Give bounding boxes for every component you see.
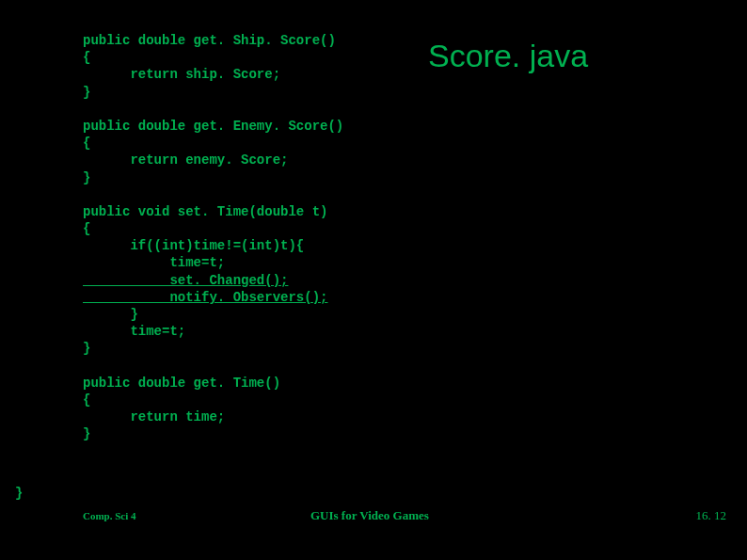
code-line: public double get. Ship. Score(): [83, 33, 336, 48]
code-line: time=t;: [83, 324, 185, 339]
code-line: }: [83, 170, 90, 185]
code-line: return enemy. Score;: [83, 152, 288, 168]
code-line: {: [83, 136, 90, 151]
code-line: return ship. Score;: [83, 67, 280, 82]
footer-left: Comp. Sci 4: [83, 510, 136, 521]
code-line: public void set. Time(double t): [83, 204, 327, 219]
code-line: {: [83, 392, 90, 408]
code-line: }: [83, 426, 90, 441]
code-line: public double get. Time(): [83, 376, 280, 391]
code-block: public double get. Ship. Score() { retur…: [83, 32, 403, 443]
footer-right: 16. 12: [696, 508, 727, 523]
code-line: notify. Observers();: [83, 290, 327, 305]
footer-center: GUIs for Video Games: [310, 508, 429, 523]
code-line: if((int)time!=(int)t){: [83, 238, 304, 253]
code-line: {: [83, 221, 90, 236]
code-line: {: [83, 50, 90, 65]
code-line: }: [83, 85, 90, 100]
slide-title: Score. java: [428, 38, 588, 74]
code-line: time=t;: [83, 255, 225, 270]
code-line: }: [83, 307, 138, 322]
code-line: public double get. Enemy. Score(): [83, 119, 343, 134]
code-line: }: [83, 341, 90, 356]
closing-brace: }: [15, 486, 23, 501]
code-line: set. Changed();: [83, 273, 288, 288]
code-line: return time;: [83, 409, 225, 424]
